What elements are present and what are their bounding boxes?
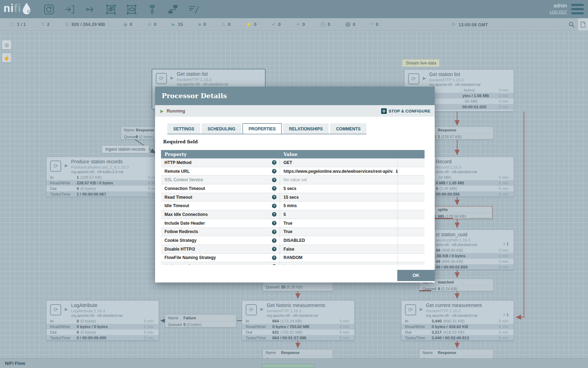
- dialog-tab[interactable]: SCHEDULING: [202, 123, 241, 134]
- processor-get-historic-measurements[interactable]: ⟳ ▶ Get historic measurements InvokeHTTP…: [242, 300, 355, 341]
- funnel-icon[interactable]: [146, 3, 159, 16]
- connection-label-failure[interactable]: NameFailure Queued0 (0 bytes): [165, 314, 236, 327]
- info-icon[interactable]: ℹ: [396, 169, 398, 174]
- help-icon[interactable]: ?: [272, 212, 276, 217]
- processor-stat-row: In664(173.24 KB)5 min: [242, 318, 354, 324]
- processor-logattribute[interactable]: ⟳ ▶ LogAttribute LogAttribute 1.16.3 org…: [46, 300, 159, 341]
- property-value[interactable]: False: [284, 247, 294, 252]
- property-value[interactable]: 15 secs: [284, 195, 299, 200]
- processor-stat-row: In0(0 bytes)5 min: [47, 318, 159, 324]
- running-icon: ▶: [423, 76, 426, 81]
- property-value[interactable]: https://www.pegelonline.wsv.de/webservic…: [284, 169, 393, 174]
- property-row: FlowFile Naming Strategy ? RANDOM ℹ: [161, 254, 425, 263]
- property-value[interactable]: 5 mins: [284, 203, 297, 208]
- ok-button[interactable]: OK: [397, 270, 435, 281]
- help-icon[interactable]: ?: [272, 169, 276, 173]
- property-value[interactable]: DISABLED: [284, 238, 305, 243]
- property-value[interactable]: True: [284, 221, 292, 226]
- template-icon[interactable]: [167, 3, 179, 16]
- status-icon: ⊘: [148, 22, 152, 27]
- running-icon: ▶: [65, 307, 68, 312]
- breadcrumb-nifi-flow[interactable]: NiFi Flow: [5, 361, 25, 366]
- property-value[interactable]: 5: [284, 212, 286, 217]
- processor-name: Get station list: [177, 71, 208, 77]
- operate-palette-button[interactable]: ☝: [2, 53, 11, 62]
- new-canvas-button[interactable]: [578, 18, 588, 30]
- processor-stat-row: 00:00:00.5955 min: [434, 191, 513, 197]
- help-icon[interactable]: ?: [272, 264, 276, 265]
- property-row: Follow Redirects ? True ℹ: [161, 228, 425, 237]
- remote-process-group-icon[interactable]: [125, 3, 138, 16]
- processor-record-partial[interactable]: Record Record 1.16.3 ache.nifi - nifi-st…: [433, 157, 514, 197]
- search-button[interactable]: [566, 18, 578, 30]
- canvas-label-stream-live-data[interactable]: Stream live-data: [402, 59, 440, 67]
- global-menu-button[interactable]: [571, 4, 584, 14]
- refresh-icon[interactable]: ⟳: [451, 22, 456, 27]
- property-value[interactable]: True: [284, 229, 292, 234]
- processor-name: Get station list: [429, 71, 460, 77]
- status-value: 0: [228, 22, 230, 27]
- properties-table-header: Property Value: [161, 150, 425, 158]
- status-icon: ⠿: [41, 22, 45, 27]
- help-icon[interactable]: ?: [272, 160, 276, 165]
- processor-type: InvokeHTTP 1.16.3: [267, 309, 301, 313]
- help-icon[interactable]: ?: [272, 230, 276, 234]
- required-field-note: Required field: [163, 139, 198, 144]
- last-refreshed-time: 13:00:58 GMT: [458, 22, 488, 27]
- label-icon[interactable]: [187, 3, 200, 16]
- processor-type: InvokeHTTP 1.16.3: [177, 77, 211, 82]
- dialog-tabs: SETTINGS SCHEDULING PROPERTIES RELATIONS…: [167, 123, 366, 134]
- status-value: 15: [178, 22, 183, 27]
- help-icon[interactable]: ?: [272, 195, 276, 199]
- navigate-palette-button[interactable]: ◎: [2, 40, 11, 49]
- status-item: ◉ 0: [123, 22, 132, 27]
- canvas-label-ingest-station-records[interactable]: Ingest station records: [102, 145, 149, 153]
- processor-type-icon: ⟳: [405, 304, 416, 315]
- processor-get-current-measurement[interactable]: ⟳ ▶ Get current measurement InvokeHTTP 1…: [401, 300, 514, 341]
- dialog-tab[interactable]: PROPERTIES: [243, 123, 281, 134]
- processor-name: Get current measurement: [426, 302, 482, 308]
- logout-link[interactable]: LOG OUT: [550, 10, 567, 14]
- processor-extract-station-uuid-partial[interactable]: ct station_uuid ateJsonPath 1.16.3 ache.…: [433, 230, 514, 270]
- status-value: 0: [130, 22, 132, 27]
- property-value[interactable]: 5 secs: [284, 186, 296, 191]
- partial-connection-label: [262, 364, 314, 368]
- status-value: 0: [203, 22, 206, 27]
- help-icon[interactable]: ?: [272, 186, 276, 191]
- property-name: Attributes to Send: [164, 264, 198, 265]
- processor-details-dialog: Processor Details ▶ Running ⚙ STOP & CON…: [155, 87, 435, 282]
- property-value[interactable]: No value set: [284, 264, 307, 265]
- property-row: Read Timeout ? 15 secs ℹ: [161, 193, 425, 202]
- stop-and-configure-button[interactable]: ⚙ STOP & CONFIGURE: [381, 108, 430, 114]
- thread-count-badge: ⠿1: [503, 313, 509, 317]
- processor-stat-row: Read/Write0 bytes / 703.02 MB5 min: [242, 324, 354, 329]
- output-port-icon[interactable]: [84, 3, 97, 16]
- input-port-icon[interactable]: [63, 3, 76, 16]
- status-item: ⚠ 0: [221, 22, 230, 27]
- help-icon[interactable]: ?: [272, 178, 276, 182]
- help-icon[interactable]: ?: [272, 204, 276, 208]
- property-value[interactable]: No value set: [284, 177, 307, 182]
- help-icon[interactable]: ?: [272, 255, 276, 260]
- status-icon: ☰: [65, 22, 69, 27]
- help-icon[interactable]: ?: [272, 247, 276, 251]
- property-row: Idle Timeout ? 5 mins ℹ: [161, 202, 425, 210]
- process-group-icon[interactable]: [105, 3, 117, 16]
- help-icon[interactable]: ?: [272, 238, 276, 243]
- dialog-tab[interactable]: RELATIONSHIPS: [283, 123, 329, 134]
- processor-produce-station-records[interactable]: ⟳ ▶ Produce station records PublishKafka…: [46, 157, 163, 197]
- property-value[interactable]: GET: [284, 160, 292, 165]
- running-status-icon: ▶: [160, 109, 163, 114]
- property-value[interactable]: RANDOM: [284, 255, 302, 260]
- property-name: SSL Context Service: [164, 177, 203, 182]
- help-icon[interactable]: ?: [272, 221, 276, 225]
- status-icon: ⬆: [320, 22, 326, 27]
- processor-bundle: org.apache.nifi - nifi-standard-nar: [177, 82, 228, 86]
- running-icon: ▶: [170, 75, 174, 80]
- processor-icon[interactable]: [43, 3, 55, 16]
- logo-text: ni: [4, 2, 14, 15]
- dialog-tab[interactable]: COMMENTS: [330, 123, 366, 134]
- status-item: ✳ 0: [296, 22, 305, 27]
- dialog-tab[interactable]: SETTINGS: [167, 123, 200, 134]
- processor-stat-row: .56 KB / 0 bytes5 min: [434, 253, 513, 259]
